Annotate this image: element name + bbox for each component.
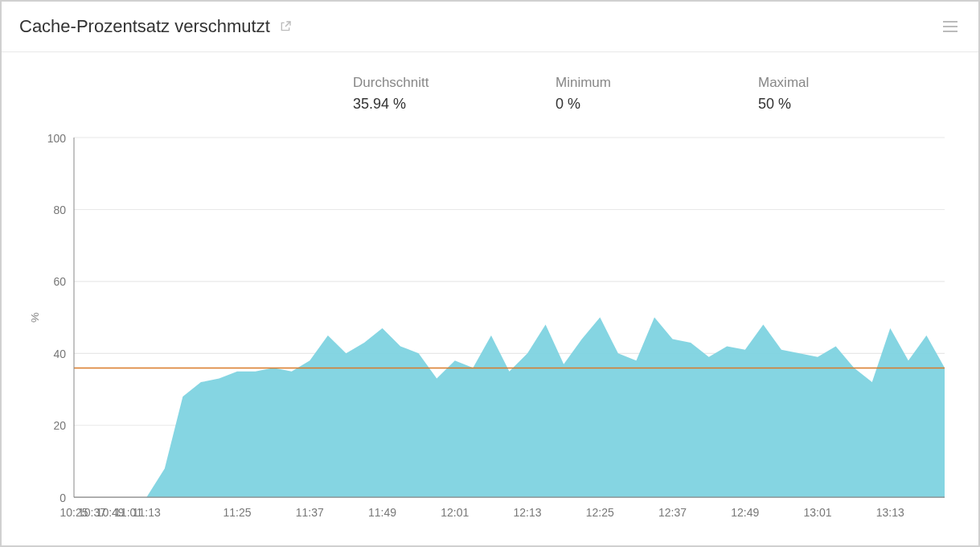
area-chart[interactable]: 020406080100%10:2510:3710:4911:0111:1311… [26,129,954,529]
stat-minimum: Minimum 0 % [556,75,758,113]
stat-maximum: Maximal 50 % [758,75,961,113]
title-text: Cache-Prozentsatz verschmutzt [19,16,270,37]
stat-label: Maximal [758,75,961,91]
svg-text:20: 20 [53,419,66,433]
svg-text:%: % [30,312,41,323]
svg-text:13:13: 13:13 [876,506,904,520]
svg-text:11:49: 11:49 [368,506,396,520]
stats-row: Durchschnitt 35.94 % Minimum 0 % Maximal… [2,52,978,121]
svg-text:12:37: 12:37 [658,506,687,520]
chart-panel: Cache-Prozentsatz verschmutzt Durchschni… [2,2,978,545]
external-link-icon[interactable] [278,19,293,34]
stat-value: 50 % [758,96,961,113]
svg-text:13:01: 13:01 [804,506,832,520]
svg-text:60: 60 [53,275,66,289]
svg-text:100: 100 [47,131,66,145]
svg-text:12:13: 12:13 [514,506,542,520]
menu-icon[interactable] [940,18,961,35]
stat-value: 0 % [556,96,758,113]
stat-label: Minimum [556,75,758,91]
svg-text:12:01: 12:01 [441,506,469,520]
panel-header: Cache-Prozentsatz verschmutzt [2,2,978,52]
svg-text:12:25: 12:25 [586,506,614,520]
svg-text:11:13: 11:13 [133,506,161,520]
svg-text:0: 0 [59,491,66,504]
svg-text:12:49: 12:49 [731,506,759,520]
stat-average: Durchschnitt 35.94 % [353,75,556,113]
svg-text:40: 40 [53,347,66,360]
svg-text:11:25: 11:25 [223,506,252,520]
chart-container: 020406080100%10:2510:3710:4911:0111:1311… [2,121,978,545]
stat-label: Durchschnitt [353,75,556,91]
panel-title: Cache-Prozentsatz verschmutzt [19,16,293,37]
svg-text:80: 80 [53,203,66,216]
stat-value: 35.94 % [353,96,556,113]
svg-text:11:37: 11:37 [296,506,324,520]
